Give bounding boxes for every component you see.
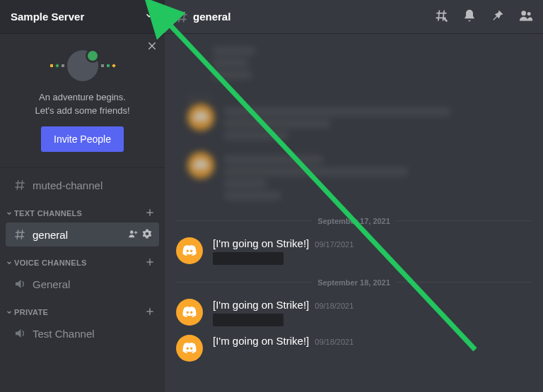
channel-label: Test Channel — [33, 328, 95, 340]
message-date: 09/17/2021 — [315, 240, 354, 249]
redacted-content — [213, 252, 284, 265]
date-divider: September 17, 2021 — [176, 215, 532, 226]
invite-people-button[interactable]: Invite People — [41, 126, 124, 152]
message-date: 09/18/2021 — [315, 302, 354, 310]
channel-label: general — [33, 229, 68, 241]
gear-icon[interactable] — [142, 229, 152, 241]
category-label: VOICE CHANNELS — [14, 259, 87, 267]
add-channel-icon[interactable] — [145, 257, 155, 268]
hash-icon — [13, 179, 27, 191]
category-label: TEXT CHANNELS — [14, 209, 82, 218]
message-row[interactable]: [I'm going on Strike!] 09/18/2021 — [165, 331, 543, 366]
channel-sidebar: Sample Server An adventure begins. Let's… — [0, 0, 165, 392]
chevron-down-icon — [6, 210, 13, 217]
message-author[interactable]: [I'm going on Strike!] — [213, 335, 309, 347]
message-date: 09/18/2021 — [315, 338, 354, 346]
chevron-down-icon — [144, 11, 154, 23]
redacted-content — [213, 314, 284, 326]
date-divider: September 18, 2021 — [176, 276, 532, 287]
bell-icon[interactable] — [462, 8, 477, 25]
server-name: Sample Server — [11, 11, 84, 23]
channel-test[interactable]: Test Channel — [6, 321, 159, 345]
chat-header: general — [165, 0, 543, 33]
close-icon[interactable] — [146, 40, 158, 55]
svg-point-12 — [527, 12, 531, 16]
category-text-channels[interactable]: TEXT CHANNELS — [0, 198, 165, 222]
channel-general[interactable]: general — [6, 222, 159, 247]
hash-icon — [13, 228, 27, 241]
channel-label: General — [33, 278, 70, 290]
add-channel-icon[interactable] — [145, 208, 155, 219]
speaker-icon — [13, 327, 27, 340]
chevron-down-icon — [6, 309, 13, 316]
message-author[interactable]: [I'm going on Strike!] — [213, 237, 309, 249]
discord-avatar-icon — [176, 237, 203, 264]
create-invite-icon[interactable] — [128, 229, 138, 241]
channel-label: muted-channel — [33, 179, 103, 191]
message-list: September 17, 2021 [I'm going on Strike!… — [165, 33, 543, 392]
hash-icon — [175, 9, 189, 25]
category-label: PRIVATE — [14, 308, 48, 316]
category-voice-channels[interactable]: VOICE CHANNELS — [0, 247, 165, 271]
threads-icon[interactable] — [434, 8, 448, 25]
welcome-line1: An adventure begins. — [7, 91, 158, 103]
welcome-art — [7, 46, 158, 85]
discord-avatar-icon — [187, 104, 214, 131]
category-private[interactable]: PRIVATE — [0, 297, 165, 321]
svg-point-11 — [521, 11, 526, 16]
add-channel-icon[interactable] — [145, 307, 155, 318]
members-icon[interactable] — [519, 8, 533, 25]
chat-panel: general — [165, 0, 543, 392]
svg-point-4 — [130, 230, 134, 234]
welcome-card: An adventure begins. Let's add some frie… — [0, 33, 165, 168]
discord-avatar-icon — [176, 335, 203, 362]
speaker-icon — [13, 278, 27, 290]
chevron-down-icon — [6, 259, 13, 266]
discord-avatar-icon — [187, 152, 214, 179]
message-row[interactable]: [I'm going on Strike!] 09/17/2021 — [165, 233, 543, 269]
channel-voice-general[interactable]: General — [6, 272, 159, 296]
server-header[interactable]: Sample Server — [0, 0, 165, 33]
welcome-line2: Let's add some friends! — [7, 105, 158, 117]
channel-list: muted-channel TEXT CHANNELS general — [0, 168, 165, 392]
message-row[interactable]: [I'm going on Strike!] 09/18/2021 — [165, 295, 543, 331]
message-author[interactable]: [I'm going on Strike!] — [213, 299, 309, 311]
pin-icon[interactable] — [491, 8, 505, 25]
avatar-placeholder-icon — [67, 50, 98, 81]
chat-title: general — [193, 11, 230, 23]
redacted-messages — [165, 40, 543, 208]
discord-avatar-icon — [176, 299, 203, 326]
channel-muted[interactable]: muted-channel — [6, 173, 159, 197]
